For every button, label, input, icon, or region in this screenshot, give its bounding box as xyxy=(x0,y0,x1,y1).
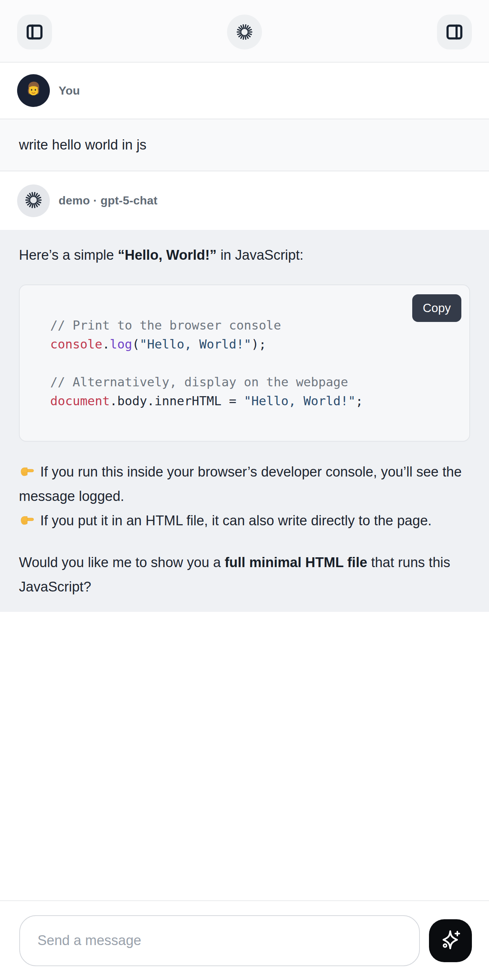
top-bar xyxy=(0,0,489,62)
starburst-logo-icon xyxy=(236,23,253,41)
user-sender-name: You xyxy=(59,84,80,97)
sidebar-toggle-button[interactable] xyxy=(17,14,52,49)
assistant-question-text: Would you like me to show you a full min… xyxy=(19,550,470,599)
sparkle-icon xyxy=(438,928,462,953)
app-logo-button[interactable] xyxy=(227,14,262,49)
chat-empty-area xyxy=(0,612,489,900)
person-emoji-icon xyxy=(22,79,45,103)
assistant-intro-text: Here’s a simple “Hello, World!” in JavaS… xyxy=(19,243,470,267)
starburst-avatar-icon xyxy=(24,191,43,211)
point-right-emoji-icon xyxy=(19,464,37,479)
point-right-emoji-icon xyxy=(19,513,37,528)
assistant-sender-name: demo · gpt-5-chat xyxy=(59,194,158,207)
right-panel-toggle-button[interactable] xyxy=(437,14,472,49)
code-block: Copy // Print to the browser console con… xyxy=(19,285,470,442)
assistant-message-header: demo · gpt-5-chat xyxy=(0,171,489,230)
assistant-message-bubble: Here’s a simple “Hello, World!” in JavaS… xyxy=(0,230,489,612)
user-message-bubble: write hello world in js xyxy=(0,119,489,171)
message-input[interactable] xyxy=(19,915,420,966)
panel-right-icon xyxy=(444,22,464,42)
user-message-text: write hello world in js xyxy=(19,137,147,153)
panel-left-icon xyxy=(25,22,45,42)
code-content: // Print to the browser console console.… xyxy=(50,316,439,410)
copy-code-button[interactable]: Copy xyxy=(412,294,461,322)
assistant-tips-text: If you run this inside your browser’s de… xyxy=(19,460,470,533)
composer-bar xyxy=(0,900,489,980)
user-avatar xyxy=(17,74,50,107)
assistant-avatar xyxy=(17,185,50,217)
user-message-header: You xyxy=(0,62,489,119)
send-button[interactable] xyxy=(429,919,472,962)
